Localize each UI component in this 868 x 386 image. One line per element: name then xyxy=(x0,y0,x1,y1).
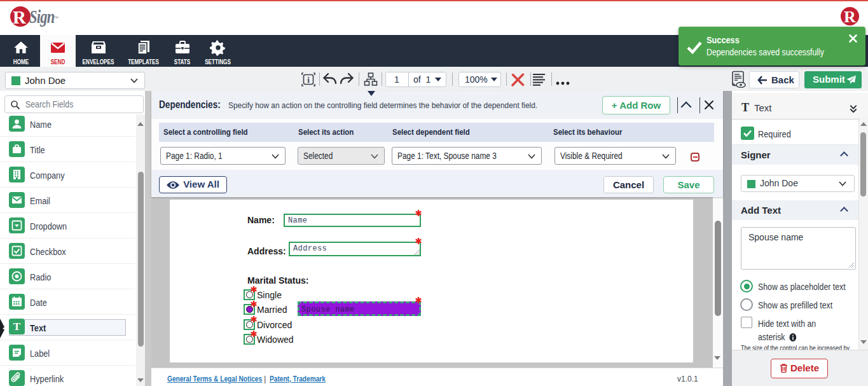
svg-text:T: T xyxy=(13,321,21,333)
svg-text:i: i xyxy=(307,75,310,85)
